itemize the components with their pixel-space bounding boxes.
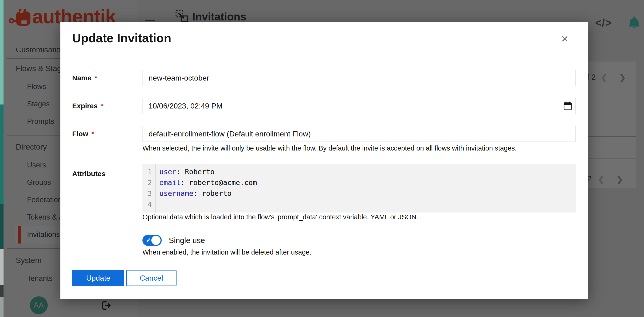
required-marker: *: [92, 131, 94, 138]
code-text: [155, 199, 159, 210]
toggle-knob: [151, 236, 160, 245]
flow-label: Flow*: [72, 130, 94, 138]
name-label: Name*: [72, 74, 97, 82]
code-text: user: Roberto: [155, 166, 214, 177]
single-use-toggle[interactable]: ✓: [142, 235, 162, 246]
screen: Customisation Flows & Stages Flows Stage…: [0, 0, 644, 317]
close-icon[interactable]: ✕: [558, 32, 571, 45]
expires-label: Expires*: [72, 102, 104, 110]
line-number: 3: [142, 188, 155, 199]
flow-help-text: When selected, the invite will only be u…: [142, 144, 580, 152]
line-number: 4: [142, 199, 155, 210]
calendar-icon[interactable]: [564, 101, 572, 110]
scrollbar-strip[interactable]: [0, 0, 4, 317]
check-icon: ✓: [146, 235, 151, 246]
attributes-code-editor[interactable]: 1user: Roberto 2email: roberto@acme.com …: [142, 164, 576, 213]
label-text: Expires: [72, 102, 98, 110]
gutter-divider: [155, 164, 156, 213]
expires-input[interactable]: [142, 98, 576, 114]
required-marker: *: [101, 103, 104, 110]
modal-title: Update Invitation: [72, 31, 171, 45]
line-number: 1: [142, 166, 155, 177]
code-text: email: roberto@acme.com: [155, 177, 257, 188]
name-input[interactable]: [142, 70, 576, 86]
code-line: 3username: roberto: [142, 188, 576, 199]
update-button[interactable]: Update: [72, 270, 124, 286]
single-use-label: Single use: [169, 235, 205, 246]
line-number: 2: [142, 177, 155, 188]
update-invitation-modal: Update Invitation ✕ Name* Expires* Flow*…: [60, 22, 588, 299]
code-text: username: roberto: [155, 188, 232, 199]
code-line: 2email: roberto@acme.com: [142, 177, 576, 188]
attributes-label: Attributes: [72, 170, 106, 178]
flow-input[interactable]: [142, 126, 576, 142]
cancel-button[interactable]: Cancel: [126, 270, 176, 286]
single-use-help-text: When enabled, the invitation will be del…: [142, 249, 580, 256]
label-text: Name: [72, 74, 92, 82]
label-text: Flow: [72, 130, 88, 138]
attributes-help-text: Optional data which is loaded into the f…: [142, 213, 580, 221]
required-marker: *: [95, 75, 97, 82]
label-text: Attributes: [72, 170, 106, 178]
code-line: 4: [142, 199, 576, 210]
code-line: 1user: Roberto: [142, 166, 576, 177]
